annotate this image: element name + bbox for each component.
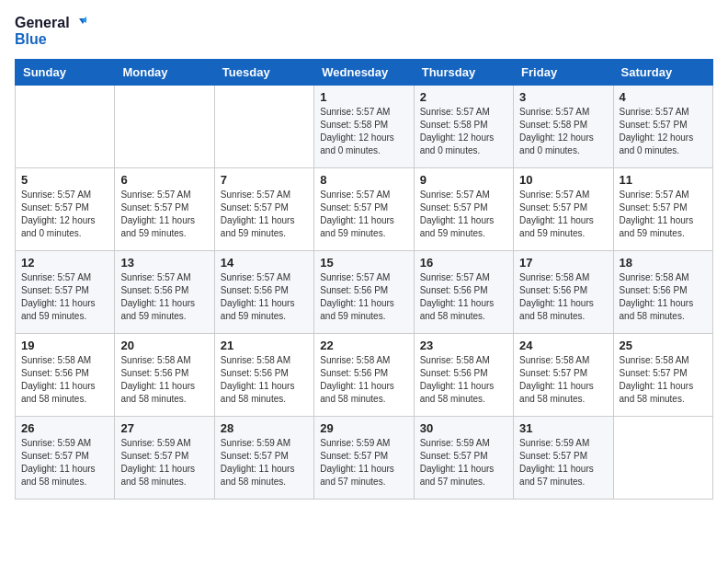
day-info: Sunrise: 5:59 AM Sunset: 5:57 PM Dayligh… [320,437,407,488]
day-number: 12 [21,256,108,270]
calendar-cell: 8Sunrise: 5:57 AM Sunset: 5:57 PM Daylig… [314,167,414,250]
day-number: 31 [519,421,607,435]
day-info: Sunrise: 5:59 AM Sunset: 5:57 PM Dayligh… [221,437,308,488]
calendar-day-header: Saturday [613,59,712,85]
calendar-cell: 4Sunrise: 5:57 AM Sunset: 5:57 PM Daylig… [613,85,712,167]
calendar-cell: 1Sunrise: 5:57 AM Sunset: 5:58 PM Daylig… [314,85,414,167]
logo-general: General [15,15,70,31]
day-number: 13 [120,256,208,270]
calendar-cell: 16Sunrise: 5:57 AM Sunset: 5:56 PM Dayli… [414,250,513,333]
calendar-cell: 9Sunrise: 5:57 AM Sunset: 5:57 PM Daylig… [414,167,513,250]
day-info: Sunrise: 5:58 AM Sunset: 5:57 PM Dayligh… [519,354,607,406]
day-info: Sunrise: 5:58 AM Sunset: 5:56 PM Dayligh… [221,354,308,406]
day-info: Sunrise: 5:57 AM Sunset: 5:57 PM Dayligh… [21,189,108,240]
calendar-cell: 10Sunrise: 5:57 AM Sunset: 5:57 PM Dayli… [514,167,613,250]
logo-bird-icon [72,15,88,31]
calendar-cell: 6Sunrise: 5:57 AM Sunset: 5:57 PM Daylig… [115,167,214,250]
logo-blue: Blue [15,31,88,48]
calendar-cell: 20Sunrise: 5:58 AM Sunset: 5:56 PM Dayli… [115,333,214,416]
calendar-cell: 31Sunrise: 5:59 AM Sunset: 5:57 PM Dayli… [514,416,613,499]
day-info: Sunrise: 5:57 AM Sunset: 5:56 PM Dayligh… [120,271,208,323]
day-number: 26 [21,421,108,435]
day-info: Sunrise: 5:57 AM Sunset: 5:58 PM Dayligh… [420,106,507,157]
calendar-cell: 29Sunrise: 5:59 AM Sunset: 5:57 PM Dayli… [314,416,414,499]
calendar-cell: 7Sunrise: 5:57 AM Sunset: 5:57 PM Daylig… [214,167,313,250]
day-number: 17 [519,256,607,270]
day-info: Sunrise: 5:57 AM Sunset: 5:57 PM Dayligh… [519,189,607,240]
calendar-day-header: Sunday [16,59,115,85]
day-number: 27 [120,421,208,435]
day-number: 5 [21,173,108,187]
calendar-cell: 23Sunrise: 5:58 AM Sunset: 5:56 PM Dayli… [414,333,513,416]
calendar-cell: 3Sunrise: 5:57 AM Sunset: 5:58 PM Daylig… [514,85,613,167]
day-number: 3 [519,90,607,104]
day-info: Sunrise: 5:57 AM Sunset: 5:57 PM Dayligh… [320,189,407,240]
calendar-cell: 15Sunrise: 5:57 AM Sunset: 5:56 PM Dayli… [314,250,414,333]
calendar-cell: 25Sunrise: 5:58 AM Sunset: 5:57 PM Dayli… [613,333,712,416]
calendar-day-header: Monday [115,59,214,85]
day-number: 28 [221,421,308,435]
calendar-cell: 18Sunrise: 5:58 AM Sunset: 5:56 PM Dayli… [613,250,712,333]
day-info: Sunrise: 5:58 AM Sunset: 5:56 PM Dayligh… [320,354,407,406]
calendar-day-header: Thursday [414,59,513,85]
day-number: 15 [320,256,407,270]
day-number: 10 [519,173,607,187]
calendar-table: SundayMondayTuesdayWednesdayThursdayFrid… [15,59,713,500]
logo: General Blue [15,15,88,48]
day-number: 11 [620,173,707,187]
day-info: Sunrise: 5:58 AM Sunset: 5:57 PM Dayligh… [620,354,707,406]
calendar-header-row: SundayMondayTuesdayWednesdayThursdayFrid… [16,59,713,85]
day-number: 4 [620,90,707,104]
day-info: Sunrise: 5:59 AM Sunset: 5:57 PM Dayligh… [120,437,208,488]
day-number: 18 [620,256,707,270]
day-number: 21 [221,339,308,352]
day-info: Sunrise: 5:58 AM Sunset: 5:56 PM Dayligh… [519,271,607,323]
day-number: 8 [320,173,407,187]
day-info: Sunrise: 5:59 AM Sunset: 5:57 PM Dayligh… [519,437,607,488]
calendar-day-header: Friday [514,59,613,85]
day-info: Sunrise: 5:57 AM Sunset: 5:57 PM Dayligh… [420,189,507,240]
day-info: Sunrise: 5:57 AM Sunset: 5:57 PM Dayligh… [620,189,707,240]
day-info: Sunrise: 5:59 AM Sunset: 5:57 PM Dayligh… [21,437,108,488]
day-number: 23 [420,339,507,352]
calendar-cell [115,85,214,167]
calendar-week-row: 19Sunrise: 5:58 AM Sunset: 5:56 PM Dayli… [16,333,713,416]
calendar-cell: 21Sunrise: 5:58 AM Sunset: 5:56 PM Dayli… [214,333,313,416]
calendar-cell [214,85,313,167]
day-number: 22 [320,339,407,352]
calendar-week-row: 26Sunrise: 5:59 AM Sunset: 5:57 PM Dayli… [16,416,713,499]
calendar-cell: 28Sunrise: 5:59 AM Sunset: 5:57 PM Dayli… [214,416,313,499]
day-info: Sunrise: 5:57 AM Sunset: 5:57 PM Dayligh… [21,271,108,323]
day-info: Sunrise: 5:57 AM Sunset: 5:58 PM Dayligh… [519,106,607,157]
day-info: Sunrise: 5:58 AM Sunset: 5:56 PM Dayligh… [620,271,707,323]
day-number: 14 [221,256,308,270]
calendar-cell: 19Sunrise: 5:58 AM Sunset: 5:56 PM Dayli… [16,333,115,416]
day-info: Sunrise: 5:57 AM Sunset: 5:58 PM Dayligh… [320,106,407,157]
calendar-week-row: 1Sunrise: 5:57 AM Sunset: 5:58 PM Daylig… [16,85,713,167]
calendar-cell: 5Sunrise: 5:57 AM Sunset: 5:57 PM Daylig… [16,167,115,250]
calendar-day-header: Tuesday [214,59,313,85]
day-number: 29 [320,421,407,435]
day-number: 20 [120,339,208,352]
day-info: Sunrise: 5:57 AM Sunset: 5:57 PM Dayligh… [620,106,707,157]
day-info: Sunrise: 5:57 AM Sunset: 5:56 PM Dayligh… [320,271,407,323]
page-header: General Blue [15,15,713,48]
day-number: 16 [420,256,507,270]
day-info: Sunrise: 5:57 AM Sunset: 5:56 PM Dayligh… [221,271,308,323]
calendar-cell: 30Sunrise: 5:59 AM Sunset: 5:57 PM Dayli… [414,416,513,499]
calendar-cell: 22Sunrise: 5:58 AM Sunset: 5:56 PM Dayli… [314,333,414,416]
day-info: Sunrise: 5:58 AM Sunset: 5:56 PM Dayligh… [21,354,108,406]
day-info: Sunrise: 5:57 AM Sunset: 5:56 PM Dayligh… [420,271,507,323]
day-info: Sunrise: 5:57 AM Sunset: 5:57 PM Dayligh… [120,189,208,240]
day-number: 6 [120,173,208,187]
day-number: 9 [420,173,507,187]
calendar-cell: 17Sunrise: 5:58 AM Sunset: 5:56 PM Dayli… [514,250,613,333]
day-number: 30 [420,421,507,435]
day-number: 19 [21,339,108,352]
calendar-cell [16,85,115,167]
calendar-cell: 13Sunrise: 5:57 AM Sunset: 5:56 PM Dayli… [115,250,214,333]
calendar-cell: 14Sunrise: 5:57 AM Sunset: 5:56 PM Dayli… [214,250,313,333]
day-number: 2 [420,90,507,104]
calendar-cell: 2Sunrise: 5:57 AM Sunset: 5:58 PM Daylig… [414,85,513,167]
day-info: Sunrise: 5:58 AM Sunset: 5:56 PM Dayligh… [120,354,208,406]
